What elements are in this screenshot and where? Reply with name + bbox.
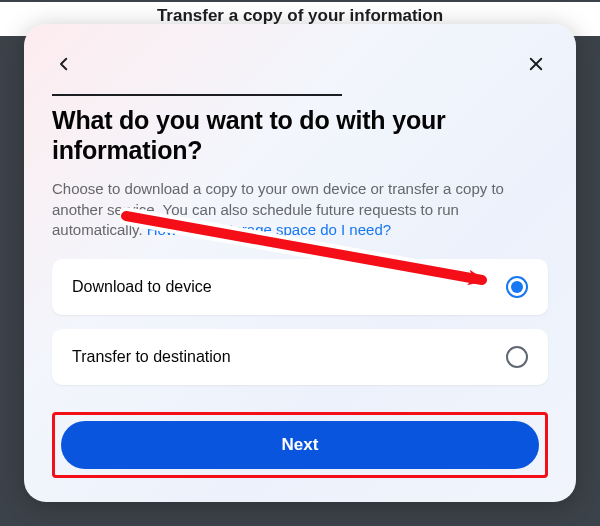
back-icon[interactable] (52, 52, 76, 76)
radio-unselected-icon (506, 346, 528, 368)
annotation-highlight-box: Next (52, 412, 548, 478)
modal-topbar (52, 52, 548, 76)
modal-dialog: What do you want to do with your informa… (24, 24, 576, 502)
close-icon[interactable] (524, 52, 548, 76)
modal-description: Choose to download a copy to your own de… (52, 179, 548, 241)
radio-selected-icon (506, 276, 528, 298)
option-label: Transfer to destination (72, 348, 231, 366)
option-label: Download to device (72, 278, 212, 296)
option-download-to-device[interactable]: Download to device (52, 259, 548, 315)
storage-link[interactable]: How much storage space do I need? (147, 221, 391, 238)
options-list: Download to device Transfer to destinati… (52, 259, 548, 412)
modal-heading: What do you want to do with your informa… (52, 106, 548, 165)
next-button[interactable]: Next (61, 421, 539, 469)
option-transfer-to-destination[interactable]: Transfer to destination (52, 329, 548, 385)
heading-rule (52, 94, 342, 96)
